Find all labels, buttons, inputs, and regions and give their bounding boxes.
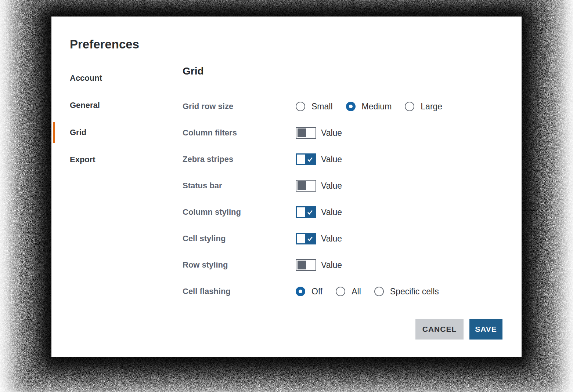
sidebar-item-label: Grid [70, 128, 86, 137]
setting-label: Column styling [183, 207, 296, 217]
radio-icon[interactable] [374, 287, 384, 296]
cancel-button[interactable]: CANCEL [415, 319, 464, 340]
toggle-value-label[interactable]: Value [321, 155, 342, 164]
setting-row-zebra-stripes: Zebra stripes Value [183, 146, 513, 173]
toggle-value-label[interactable]: Value [321, 234, 342, 244]
radio-option-all[interactable]: All [336, 287, 361, 297]
radio-icon[interactable] [296, 102, 305, 111]
sidebar-item-label: Export [70, 155, 96, 164]
dialog-footer: CANCEL SAVE [415, 319, 502, 340]
cell-styling-toggle-on[interactable] [296, 233, 316, 244]
setting-label: Zebra stripes [183, 155, 296, 164]
radio-option-label: Off [311, 287, 322, 297]
setting-label: Cell styling [183, 234, 296, 243]
radio-option-label: Specific cells [390, 287, 439, 297]
setting-label: Grid row size [183, 102, 296, 111]
setting-row-status-bar: Status bar Value [183, 173, 513, 199]
settings-rows: Grid row size Small Medium Large [183, 93, 513, 305]
radio-option-off[interactable]: Off [296, 287, 322, 297]
column-styling-toggle-on[interactable] [296, 206, 316, 218]
preferences-dialog: Preferences Account General Grid Export … [51, 17, 522, 357]
grid-row-size-radio-group: Small Medium Large [296, 102, 455, 112]
toggle-value-label[interactable]: Value [321, 207, 342, 217]
radio-option-label: Small [311, 102, 333, 112]
column-filters-toggle-off[interactable] [296, 127, 316, 139]
radio-option-label: Medium [362, 102, 392, 112]
radio-option-large[interactable]: Large [405, 102, 442, 112]
row-styling-toggle-off[interactable] [296, 259, 316, 271]
radio-option-specific-cells[interactable]: Specific cells [374, 287, 439, 297]
sidebar-item-grid[interactable]: Grid [51, 119, 165, 146]
cell-flashing-radio-group: Off All Specific cells [296, 287, 452, 297]
checkmark-icon [305, 155, 315, 164]
toggle-knob [298, 128, 306, 137]
toggle-value-label[interactable]: Value [321, 181, 342, 191]
setting-row-cell-styling: Cell styling Value [183, 225, 513, 252]
toggle-knob [298, 261, 306, 269]
sidebar-item-label: Account [70, 73, 102, 83]
active-indicator [53, 122, 55, 143]
radio-option-label: All [352, 287, 361, 297]
sidebar-item-account[interactable]: Account [51, 65, 165, 92]
panel-heading: Grid [183, 65, 204, 77]
setting-row-grid-row-size: Grid row size Small Medium Large [183, 93, 513, 120]
status-bar-toggle-off[interactable] [296, 180, 316, 192]
sidebar-item-label: General [70, 101, 100, 110]
checkmark-icon [305, 207, 315, 217]
radio-option-medium[interactable]: Medium [346, 102, 392, 112]
setting-label: Row styling [183, 260, 296, 270]
radio-selected-icon[interactable] [346, 102, 356, 111]
sidebar: Account General Grid Export [51, 65, 165, 173]
radio-icon[interactable] [336, 287, 345, 296]
setting-row-column-styling: Column styling Value [183, 199, 513, 225]
radio-selected-icon[interactable] [296, 287, 305, 296]
toggle-value-label[interactable]: Value [321, 260, 342, 270]
setting-label: Cell flashing [183, 287, 296, 296]
setting-row-row-styling: Row styling Value [183, 252, 513, 278]
radio-option-small[interactable]: Small [296, 102, 333, 112]
setting-label: Status bar [183, 181, 296, 190]
toggle-value-label[interactable]: Value [321, 128, 342, 138]
setting-label: Column filters [183, 128, 296, 138]
checkmark-icon [305, 234, 315, 243]
sidebar-item-general[interactable]: General [51, 92, 165, 119]
setting-row-cell-flashing: Cell flashing Off All Specific cells [183, 278, 513, 305]
zebra-stripes-toggle-on[interactable] [296, 153, 316, 165]
toggle-knob [298, 181, 306, 190]
setting-row-column-filters: Column filters Value [183, 120, 513, 146]
radio-option-label: Large [421, 102, 442, 112]
sidebar-item-export[interactable]: Export [51, 146, 165, 173]
radio-icon[interactable] [405, 102, 414, 111]
save-button[interactable]: SAVE [469, 319, 502, 340]
dialog-title: Preferences [70, 36, 139, 52]
